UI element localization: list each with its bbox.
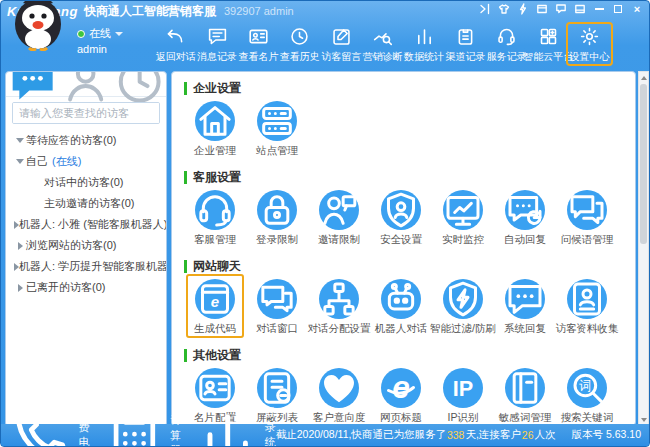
close-icon[interactable]: × xyxy=(631,3,643,15)
section-grid: 企业管理站点管理 xyxy=(184,101,635,161)
statusbar-tool-phone[interactable]: 免费电话 xyxy=(9,402,89,447)
setting-item-search-keywords[interactable]: 词搜索关键词 xyxy=(556,368,618,424)
setting-icon-circle xyxy=(381,279,421,319)
maximize-icon[interactable] xyxy=(612,3,624,15)
service-record-icon xyxy=(496,26,517,47)
toolbar-item-label: 查看历史 xyxy=(280,50,320,64)
tree-item[interactable]: 等待应答的访客(0) xyxy=(6,130,166,151)
section-grid: 客服管理登录限制邀请限制安全设置实时监控自动回复问候语管理 xyxy=(184,190,635,250)
section-grid: e生成代码对话窗口对话分配设置机器人对话智能过滤/防刷系统回复访客资料收集 xyxy=(184,279,635,339)
customer-count: 26 xyxy=(521,429,535,441)
setting-icon-circle xyxy=(257,101,297,141)
monitor-icon xyxy=(443,190,483,230)
setting-item-system-reply[interactable]: 系统回复 xyxy=(494,279,556,335)
visitor-sidebar: 等待应答的访客(0)自己(在线)对话中的访客(0)主动邀请的访客(0)机器人: … xyxy=(5,71,167,426)
window-icon[interactable] xyxy=(536,3,548,15)
setting-item-invite-limit[interactable]: 邀请限制 xyxy=(308,190,370,246)
setting-item-chat-assign[interactable]: 对话分配设置 xyxy=(308,279,370,335)
vertical-scrollbar[interactable] xyxy=(638,71,649,426)
setting-item-visitor-info[interactable]: 访客资料收集 xyxy=(556,279,618,335)
status-label: 在线 xyxy=(89,26,111,41)
setting-item-intent-heart[interactable]: 客户意向度 xyxy=(308,368,370,424)
tree-item-label: 机器人: 小雅 (智能客服机器人) xyxy=(19,217,167,232)
toolbar-item-cloud-platform[interactable]: 智能云平台 xyxy=(528,24,569,64)
toolbar-item-label: 设置中心 xyxy=(570,50,610,64)
setting-item-generate-code[interactable]: e生成代码 xyxy=(184,279,246,335)
setting-icon-circle: e xyxy=(381,368,421,408)
toolbar-item-settings-gear[interactable]: 设置中心 xyxy=(569,24,610,64)
skin-icon[interactable] xyxy=(498,3,510,15)
toolbar-item-label: 查看名片 xyxy=(238,50,278,64)
setting-item-sensitive-words[interactable]: 敏感词管理 xyxy=(494,368,556,424)
window-controls: × xyxy=(479,3,643,15)
setting-item-label: 实时监控 xyxy=(442,233,484,247)
setting-icon-circle xyxy=(443,279,483,319)
settings-section: 客服设置客服管理登录限制邀请限制安全设置实时监控自动回复问候语管理 xyxy=(184,169,635,250)
tree-item[interactable]: 主动邀请的访客(0) xyxy=(6,193,166,214)
pin-right-icon[interactable] xyxy=(479,3,491,15)
feedback-icon[interactable] xyxy=(555,3,567,15)
tree-item[interactable]: 对话中的访客(0) xyxy=(6,172,166,193)
setting-item-label: IP识别 xyxy=(448,411,479,425)
setting-item-security-shield[interactable]: 安全设置 xyxy=(370,190,432,246)
setting-item-site-server[interactable]: 站点管理 xyxy=(246,101,308,157)
setting-item-login-lock[interactable]: 登录限制 xyxy=(246,190,308,246)
toolbar-item-data-stats[interactable]: 数据统计 xyxy=(403,24,444,64)
toolbar-item-label: 消息记录 xyxy=(197,50,237,64)
setting-item-chat-window[interactable]: 对话窗口 xyxy=(246,279,308,335)
setting-item-greeting-chat[interactable]: 问候语管理 xyxy=(556,190,618,246)
section-accent-bar xyxy=(184,260,187,273)
setting-item-enterprise-home[interactable]: 企业管理 xyxy=(184,101,246,157)
section-title: 客服设置 xyxy=(193,169,241,186)
toolbar-item-service-record[interactable]: 服务记录 xyxy=(486,24,527,64)
toolbar-item-label: 访客留言 xyxy=(321,50,361,64)
toolbar-item-label: 数据统计 xyxy=(404,50,444,64)
statusbar-tool-calculator[interactable]: 计算器 xyxy=(103,404,181,447)
tree-item[interactable]: 机器人: 学历提升智能客服机器人(在线) xyxy=(6,256,166,277)
setting-item-monitor[interactable]: 实时监控 xyxy=(432,190,494,246)
section-title: 企业设置 xyxy=(193,80,241,97)
tree-item[interactable]: 机器人: 小雅 (智能客服机器人)(在线) xyxy=(6,214,166,235)
setting-item-webpage-title[interactable]: e网页标题 xyxy=(370,368,432,424)
scroll-up-icon[interactable] xyxy=(639,72,648,83)
search-input[interactable] xyxy=(13,103,160,123)
setting-icon-circle xyxy=(195,190,235,230)
setting-item-ip[interactable]: IPIP识别 xyxy=(432,368,494,424)
setting-item-label: 邀请限制 xyxy=(318,233,360,247)
setting-item-label: 客户意向度 xyxy=(313,411,366,425)
toolbar-item-history-clock[interactable]: 查看历史 xyxy=(279,24,320,64)
message-log-icon xyxy=(207,26,228,47)
scrollbar-thumb[interactable] xyxy=(640,84,647,244)
setting-icon-circle xyxy=(381,190,421,230)
greeting-chat-icon xyxy=(567,190,607,230)
status-dropdown[interactable]: 在线 xyxy=(77,26,123,41)
toolbar-item-visitor-message[interactable]: 访客留言 xyxy=(321,24,362,64)
panel-icon[interactable] xyxy=(574,3,586,15)
tree-item[interactable]: 已离开的访客(0) xyxy=(6,277,166,298)
toolbar-item-marketing-diagnosis[interactable]: 营销诊断 xyxy=(362,24,403,64)
tree-item-label: 对话中的访客(0) xyxy=(44,175,123,190)
bolt-icon[interactable] xyxy=(517,3,529,15)
setting-item-label: 生成代码 xyxy=(194,322,236,336)
tree-item[interactable]: 自己(在线) xyxy=(6,151,166,172)
toolbar-item-message-log[interactable]: 消息记录 xyxy=(196,24,237,64)
setting-item-filter-shield[interactable]: 智能过滤/防刷 xyxy=(432,279,494,335)
settings-panel: 企业设置企业管理站点管理客服设置客服管理登录限制邀请限制安全设置实时监控自动回复… xyxy=(171,71,636,426)
minimize-icon[interactable] xyxy=(593,3,605,15)
toolbar-item-contact-card[interactable]: 查看名片 xyxy=(238,24,279,64)
visitor-info-icon xyxy=(567,279,607,319)
toolbar-item-back-arrow[interactable]: 返回对话 xyxy=(155,24,196,64)
webpage-title-icon: e xyxy=(381,368,421,408)
visitor-message-icon xyxy=(331,26,352,47)
search-keywords-icon: 词 xyxy=(567,368,607,408)
app-title: 快商通人工智能营销客服 xyxy=(84,3,216,20)
setting-item-auto-reply[interactable]: 自动回复 xyxy=(494,190,556,246)
tree-item[interactable]: 浏览网站的访客(0) xyxy=(6,235,166,256)
setting-item-label: 安全设置 xyxy=(380,233,422,247)
setting-icon-circle xyxy=(505,368,545,408)
setting-item-label: 自动回复 xyxy=(504,233,546,247)
statusbar-tool-login-stats[interactable]: 登录统计 xyxy=(195,402,275,447)
toolbar-item-channel-record[interactable]: 渠道记录 xyxy=(445,24,486,64)
setting-item-robot-chat[interactable]: 机器人对话 xyxy=(370,279,432,335)
setting-item-agent-headset[interactable]: 客服管理 xyxy=(184,190,246,246)
